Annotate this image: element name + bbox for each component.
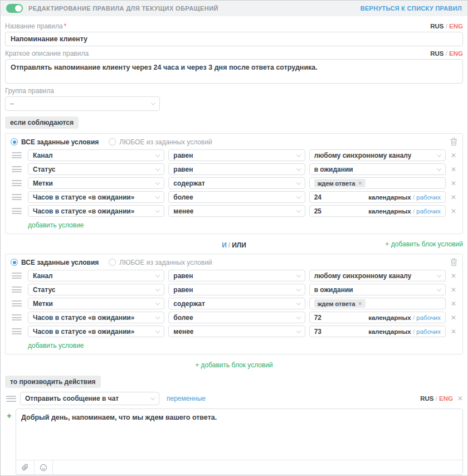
chevron-down-icon xyxy=(296,180,300,184)
lang-eng-option[interactable]: ENG xyxy=(439,395,453,402)
drag-handle-icon[interactable] xyxy=(5,396,16,402)
condition-value-select[interactable]: в ожидании xyxy=(309,163,446,175)
condition-field-select[interactable]: Часов в статусе «в ожидании» xyxy=(28,205,164,217)
lang-eng-option[interactable]: ENG xyxy=(449,50,463,57)
delete-block-button[interactable] xyxy=(450,258,457,266)
condition-operator-select[interactable]: более xyxy=(168,191,305,203)
variables-link[interactable]: переменные xyxy=(167,395,206,402)
condition-operator-select[interactable]: равен xyxy=(168,163,305,175)
drag-handle-icon[interactable] xyxy=(11,152,24,158)
unit-calendar-option[interactable]: календарных xyxy=(368,328,411,335)
condition-field-select[interactable]: Канал xyxy=(28,270,164,281)
tag-remove-icon[interactable]: ✕ xyxy=(358,301,363,307)
rule-description-input[interactable]: Отправлять напоминание клиенту через 24 … xyxy=(5,59,463,84)
add-condition-block-link[interactable]: + добавить блок условий xyxy=(385,240,463,248)
delete-block-button[interactable] xyxy=(450,138,457,146)
remove-condition-button[interactable]: ✕ xyxy=(450,208,457,215)
drag-handle-icon[interactable] xyxy=(11,208,24,214)
chevron-down-icon xyxy=(437,152,441,157)
unit-working-option[interactable]: рабочих xyxy=(416,194,441,201)
chevron-down-icon xyxy=(155,180,160,184)
unit-calendar-option[interactable]: календарных xyxy=(368,194,411,201)
rule-enabled-toggle[interactable] xyxy=(6,4,23,13)
lang-rus-option[interactable]: RUS xyxy=(420,395,433,402)
condition-value-tags-input[interactable]: ждем ответа✕ xyxy=(309,298,446,309)
and-option[interactable]: И xyxy=(222,241,227,249)
condition-value-tags-input[interactable]: ждем ответа✕ xyxy=(309,177,446,189)
radio-any-conditions[interactable]: ЛЮБОЕ из заданных условий xyxy=(109,138,212,146)
unit-separator: / xyxy=(411,208,417,215)
drag-handle-icon[interactable] xyxy=(11,194,24,200)
condition-operator-select[interactable]: менее xyxy=(168,326,305,337)
chevron-down-icon xyxy=(155,314,160,319)
add-condition-link[interactable]: добавить условие xyxy=(28,221,457,229)
condition-value-number-input[interactable]: 72календарных / рабочих xyxy=(309,312,446,323)
condition-value-select[interactable]: в ожидании xyxy=(309,284,446,295)
conditions-badge: если соблюдаются xyxy=(5,116,79,129)
rule-name-input[interactable] xyxy=(5,32,463,46)
condition-field-select[interactable]: Статус xyxy=(28,163,164,175)
lang-eng-option[interactable]: ENG xyxy=(449,23,463,30)
condition-operator-select[interactable]: содержат xyxy=(168,177,305,189)
condition-value-number-input[interactable]: 73календарных / рабочих xyxy=(309,326,446,337)
message-text-input[interactable]: Добрый день, напоминаем, что мы ждем ваш… xyxy=(16,409,462,460)
condition-value-select[interactable]: любому синхронному каналу xyxy=(309,270,446,281)
condition-value-select[interactable]: любому синхронному каналу xyxy=(309,149,446,161)
remove-condition-button[interactable]: ✕ xyxy=(450,286,457,293)
remove-condition-button[interactable]: ✕ xyxy=(450,180,457,187)
add-message-variant-button[interactable]: + xyxy=(5,409,13,475)
condition-field-select[interactable]: Часов в статусе «в ожидании» xyxy=(28,326,164,337)
remove-action-button[interactable]: ✕ xyxy=(457,395,463,402)
radio-any-conditions[interactable]: ЛЮБОЕ из заданных условий xyxy=(109,259,212,266)
add-condition-block-link[interactable]: + добавить блок условий xyxy=(195,361,273,369)
condition-operator-select[interactable]: более xyxy=(168,312,305,323)
unit-calendar-option[interactable]: календарных xyxy=(368,208,411,215)
condition-row: Часов в статусе «в ожидании»менее73кален… xyxy=(11,326,457,337)
condition-value-select-value: в ожидании xyxy=(314,166,353,173)
radio-all-conditions[interactable]: ВСЕ заданные условия xyxy=(11,138,99,146)
emoji-button[interactable] xyxy=(35,460,53,474)
condition-operator-select[interactable]: менее xyxy=(168,205,305,217)
unit-working-option[interactable]: рабочих xyxy=(416,314,441,321)
condition-field-select[interactable]: Метки xyxy=(28,298,164,309)
condition-field-select[interactable]: Канал xyxy=(28,149,164,161)
drag-handle-icon[interactable] xyxy=(11,273,24,279)
condition-value-number-input[interactable]: 24календарных / рабочих xyxy=(309,191,446,203)
lang-rus-option[interactable]: RUS xyxy=(430,23,443,30)
radio-all-conditions[interactable]: ВСЕ заданные условия xyxy=(11,259,99,266)
condition-operator-select[interactable]: равен xyxy=(168,284,305,295)
remove-condition-button[interactable]: ✕ xyxy=(450,166,457,173)
remove-condition-button[interactable]: ✕ xyxy=(450,300,457,307)
drag-handle-icon[interactable] xyxy=(11,180,24,186)
condition-field-select[interactable]: Часов в статусе «в ожидании» xyxy=(28,191,164,203)
remove-condition-button[interactable]: ✕ xyxy=(450,194,457,201)
attach-file-button[interactable] xyxy=(16,460,35,474)
condition-value-number-input[interactable]: 25календарных / рабочих xyxy=(309,205,446,217)
condition-field-select[interactable]: Метки xyxy=(28,177,164,189)
condition-field-select[interactable]: Статус xyxy=(28,284,164,295)
condition-field-select[interactable]: Часов в статусе «в ожидании» xyxy=(28,312,164,323)
drag-handle-icon[interactable] xyxy=(11,166,24,172)
condition-operator-select[interactable]: равен xyxy=(168,270,305,281)
remove-condition-button[interactable]: ✕ xyxy=(450,152,457,159)
or-option[interactable]: ИЛИ xyxy=(232,241,246,249)
unit-calendar-option[interactable]: календарных xyxy=(368,314,411,321)
action-type-select[interactable]: Отправить сообщение в чат xyxy=(20,392,159,405)
drag-handle-icon[interactable] xyxy=(11,300,24,307)
unit-working-option[interactable]: рабочих xyxy=(416,208,441,215)
remove-condition-button[interactable]: ✕ xyxy=(450,328,457,335)
rule-group-select[interactable]: – xyxy=(5,96,160,111)
condition-operator-select[interactable]: равен xyxy=(168,149,305,161)
drag-handle-icon[interactable] xyxy=(11,328,24,334)
add-condition-link[interactable]: добавить условие xyxy=(28,342,457,349)
remove-condition-button[interactable]: ✕ xyxy=(450,273,457,279)
lang-rus-option[interactable]: RUS xyxy=(430,50,443,57)
drag-handle-icon[interactable] xyxy=(11,286,24,293)
remove-condition-button[interactable]: ✕ xyxy=(450,314,457,321)
drag-handle-icon[interactable] xyxy=(11,314,24,320)
tag-remove-icon[interactable]: ✕ xyxy=(358,181,363,186)
unit-working-option[interactable]: рабочих xyxy=(416,328,441,335)
back-to-rules-link[interactable]: ВЕРНУТЬСЯ К СПИСКУ ПРАВИЛ xyxy=(360,5,462,12)
condition-operator-select[interactable]: содержат xyxy=(168,298,305,309)
rule-description-label: Краткое описание правила xyxy=(5,50,89,57)
